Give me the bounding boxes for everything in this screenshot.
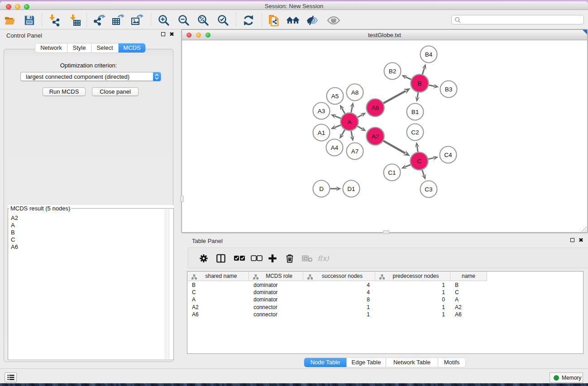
cell-name[interactable]: B xyxy=(455,282,486,288)
mcds-result-item[interactable]: A6 xyxy=(8,243,164,251)
cell-shared_name[interactable]: A2 xyxy=(192,304,248,310)
network-canvas[interactable]: AA6A2BCA5A8A3A1A4A7B2B4B3B1C2C4C1C3DD1 xyxy=(182,40,587,232)
graph-node-label-D[interactable]: D xyxy=(319,186,324,192)
criterion-select[interactable]: largest connected component (directed) xyxy=(20,72,161,81)
table-tab-edge-table[interactable]: Edge Table xyxy=(347,358,386,367)
edge-A-A3[interactable] xyxy=(335,116,341,118)
graph-node-label-C4[interactable]: C4 xyxy=(444,152,452,158)
cell-name[interactable]: A xyxy=(455,296,486,303)
delete-table-icon[interactable] xyxy=(301,252,314,265)
cell-mcds_role[interactable]: dominator xyxy=(253,296,302,303)
graph-node-label-A1[interactable]: A1 xyxy=(318,129,325,136)
table-row[interactable]: Cdominator41C xyxy=(187,289,583,296)
cell-shared_name[interactable]: C xyxy=(192,289,248,295)
column-header-predecessor-nodes[interactable]: predecessor nodes xyxy=(375,272,450,281)
mcds-result-item[interactable]: C xyxy=(8,236,164,243)
cell-shared_name[interactable]: A xyxy=(192,296,248,303)
import-network-icon[interactable] xyxy=(48,14,61,27)
edge-C-C1[interactable] xyxy=(405,165,411,167)
export-table-icon[interactable] xyxy=(111,14,125,27)
function-builder-icon[interactable]: f(x) xyxy=(317,252,330,265)
add-column-icon[interactable] xyxy=(266,252,279,265)
mcds-result-list[interactable]: A2 A B C A6 xyxy=(8,214,164,359)
edge-A-A5[interactable] xyxy=(342,108,345,114)
edge-A-A4[interactable] xyxy=(342,130,345,135)
edge-A6-B[interactable] xyxy=(383,91,406,103)
new-session-icon[interactable] xyxy=(267,14,281,27)
graph-node-label-B1[interactable]: B1 xyxy=(411,109,419,115)
open-file-icon[interactable] xyxy=(3,14,16,27)
import-table-icon[interactable] xyxy=(68,14,81,27)
search-input[interactable] xyxy=(462,16,582,24)
cell-shared_name[interactable]: A6 xyxy=(192,311,248,318)
edge-B-B1[interactable] xyxy=(417,92,418,98)
edge-A-A7[interactable] xyxy=(351,131,353,137)
edge-C-C2[interactable] xyxy=(417,146,418,152)
edge-B-B4[interactable] xyxy=(422,68,425,75)
table-tab-network-table[interactable]: Network Table xyxy=(386,358,438,367)
graph-node-label-C[interactable]: C xyxy=(417,158,421,165)
task-history-button[interactable] xyxy=(5,372,17,382)
edge-A-A2[interactable] xyxy=(358,126,363,129)
zoom-out-icon[interactable] xyxy=(177,14,191,27)
cell-predecessor_nodes[interactable]: 1 xyxy=(379,282,445,288)
show-all-networks-icon[interactable] xyxy=(286,14,300,27)
control-tab-mcds[interactable]: MCDS xyxy=(119,43,145,52)
deselect-all-icon[interactable] xyxy=(250,252,263,265)
show-selected-icon[interactable] xyxy=(327,14,340,27)
graph-node-label-A[interactable]: A xyxy=(347,119,351,125)
table-float-panel-icon[interactable] xyxy=(570,238,574,242)
mcds-result-item[interactable]: A2 xyxy=(8,214,164,222)
control-tab-select[interactable]: Select xyxy=(91,43,119,52)
column-settings-gear-icon[interactable] xyxy=(197,252,210,265)
cell-successor_nodes[interactable]: 4 xyxy=(307,289,370,295)
window-bottom-grip[interactable] xyxy=(383,230,389,234)
graph-node-label-A2[interactable]: A2 xyxy=(372,133,379,140)
edge-A-A6[interactable] xyxy=(358,114,363,117)
control-tab-style[interactable]: Style xyxy=(67,43,91,52)
window-left-grip[interactable] xyxy=(180,195,184,202)
table-row[interactable]: Bdominator41B xyxy=(187,281,583,289)
mcds-result-item[interactable]: A xyxy=(8,222,164,229)
table-row[interactable]: Adominator80A xyxy=(187,296,583,303)
cell-name[interactable]: C xyxy=(455,289,486,295)
graph-node-label-C3[interactable]: C3 xyxy=(425,186,432,193)
cell-predecessor_nodes[interactable]: 1 xyxy=(379,289,445,295)
run-mcds-button[interactable]: Run MCDS xyxy=(43,87,86,96)
edge-A-A8[interactable] xyxy=(351,106,353,112)
cell-successor_nodes[interactable]: 8 xyxy=(307,296,370,303)
cell-mcds_role[interactable]: dominator xyxy=(253,289,302,295)
graph-node-label-A7[interactable]: A7 xyxy=(351,148,359,155)
mcds-result-item[interactable]: B xyxy=(8,229,164,236)
cell-predecessor_nodes[interactable]: 1 xyxy=(379,311,445,318)
table-close-panel-icon[interactable]: ✖ xyxy=(578,238,583,243)
table-tab-motifs[interactable]: Motifs xyxy=(438,358,465,367)
column-header-shared-name[interactable]: shared name xyxy=(187,272,249,281)
cell-shared_name[interactable]: B xyxy=(192,282,248,288)
column-header-successor-nodes[interactable]: successor nodes xyxy=(303,272,375,281)
cell-mcds_role[interactable]: connector xyxy=(253,311,302,318)
result-scrollbar-track[interactable] xyxy=(165,209,169,359)
export-image-icon[interactable] xyxy=(130,14,144,27)
edge-B-B2[interactable] xyxy=(405,77,411,80)
delete-column-icon[interactable] xyxy=(283,252,296,265)
split-table-icon[interactable] xyxy=(215,252,227,265)
graph-node-label-C1[interactable]: C1 xyxy=(388,169,396,176)
edge-C-C4[interactable] xyxy=(428,158,435,159)
graph-node-label-D1[interactable]: D1 xyxy=(347,186,355,192)
cell-predecessor_nodes[interactable]: 0 xyxy=(379,296,445,303)
close-panel-button[interactable]: Close panel xyxy=(92,87,139,96)
edge-A2-C[interactable] xyxy=(383,141,406,153)
graph-node-label-B3[interactable]: B3 xyxy=(445,86,453,93)
graph-node-label-B4[interactable]: B4 xyxy=(425,51,433,58)
graph-node-label-C2[interactable]: C2 xyxy=(411,129,419,136)
cell-successor_nodes[interactable]: 4 xyxy=(307,282,370,288)
zoom-selected-icon[interactable] xyxy=(216,14,230,27)
graph-node-label-A4[interactable]: A4 xyxy=(331,144,339,151)
edge-A-A1[interactable] xyxy=(335,125,341,127)
cell-mcds_role[interactable]: connector xyxy=(253,304,302,310)
graph-node-label-B[interactable]: B xyxy=(417,80,421,87)
zoom-in-icon[interactable] xyxy=(157,14,171,27)
network-window-titlebar[interactable]: testGlobe.txt xyxy=(182,30,587,40)
cell-name[interactable]: A6 xyxy=(455,311,486,318)
